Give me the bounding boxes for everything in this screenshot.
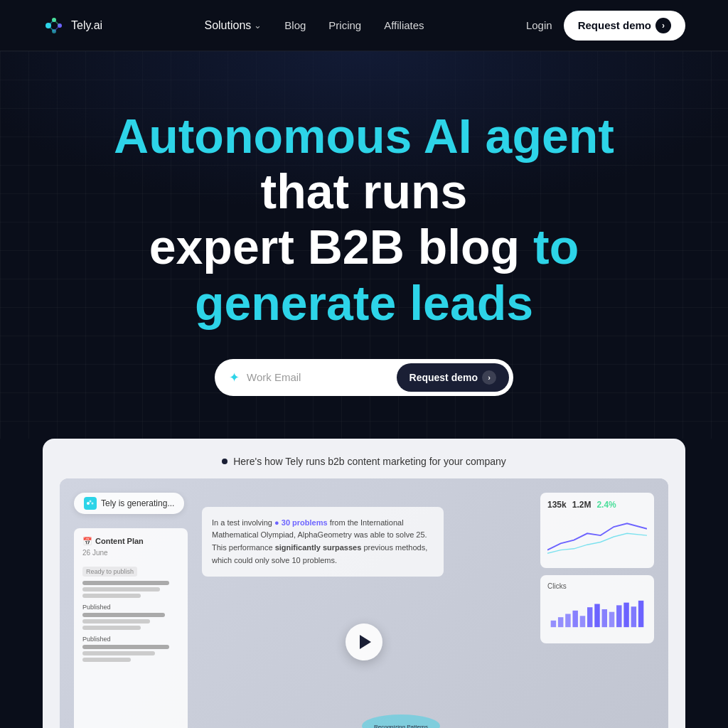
svg-rect-20 (616, 605, 621, 627)
svg-text:Recognizing Patterns: Recognizing Patterns (374, 724, 428, 728)
article-highlight: ● 30 problems (274, 518, 328, 527)
video-hint: Here's how Tely runs b2b content marketi… (60, 456, 668, 467)
flow-diagram: AI algorithms Enhance Mathematical Probl… (198, 706, 447, 728)
line-chart (547, 515, 647, 558)
svg-line-5 (54, 20, 60, 26)
clicks-label: Clicks (547, 582, 647, 590)
bar-chart (547, 594, 647, 633)
cp-line (82, 658, 131, 662)
cp-line (82, 613, 165, 617)
cp-lines-3 (82, 645, 179, 662)
login-button[interactable]: Login (526, 19, 552, 31)
asterisk-icon: ✦ (229, 370, 240, 385)
article-text: In a test involving ● 30 problems from t… (212, 517, 434, 567)
hero-content: Autonomous AI agent that runs expert B2B… (0, 51, 728, 439)
stats-card-main: 135k 1.2M 2.4% (540, 493, 654, 568)
svg-rect-22 (631, 606, 636, 627)
svg-line-6 (48, 26, 54, 31)
logo[interactable]: Tely.ai (43, 14, 102, 37)
video-section: Here's how Tely runs b2b content marketi… (43, 439, 685, 728)
svg-point-10 (92, 502, 94, 504)
play-icon (360, 635, 371, 649)
cp-lines-2 (82, 613, 179, 630)
arrow-icon: › (655, 18, 671, 33)
svg-rect-18 (602, 609, 607, 627)
content-plan-title: 📅 Content Plan (82, 537, 179, 546)
stats-panel: 135k 1.2M 2.4% Clicks (540, 493, 654, 651)
stats-numbers: 135k 1.2M 2.4% (547, 500, 647, 510)
nav-item-solutions[interactable]: Solutions ⌄ (204, 19, 262, 32)
cp-line (82, 594, 141, 598)
svg-rect-21 (623, 602, 628, 627)
headline-cyan: Autonomous AI agent (114, 109, 614, 163)
nav-item-pricing[interactable]: Pricing (328, 19, 361, 31)
svg-rect-15 (580, 616, 585, 627)
form-arrow-icon: › (482, 370, 496, 385)
chevron-down-icon: ⌄ (254, 20, 262, 31)
svg-rect-11 (551, 621, 556, 627)
cp-lines-1 (82, 581, 179, 598)
cp-line (82, 651, 155, 655)
svg-rect-12 (558, 617, 563, 627)
nav-item-affiliates[interactable]: Affiliates (384, 19, 424, 31)
svg-rect-16 (587, 607, 592, 627)
hero-headline: Autonomous AI agent that runs expert B2B… (87, 108, 641, 331)
cp-line (82, 619, 150, 623)
cp-label-2: Published (82, 636, 179, 643)
content-plan-date: 26 June (82, 549, 179, 557)
article-panel: In a test involving ● 30 problems from t… (202, 507, 444, 577)
svg-rect-17 (594, 604, 599, 627)
cp-line (82, 626, 141, 630)
svg-rect-13 (565, 614, 570, 627)
hero-section: Autonomous AI agent that runs expert B2B… (0, 51, 728, 439)
headline-white2: that runs (261, 164, 468, 218)
svg-rect-14 (572, 611, 577, 627)
cp-line (82, 581, 169, 585)
content-plan-panel: 📅 Content Plan 26 June Ready to publish … (74, 528, 188, 728)
video-inner: Tely is generating... 📅 Content Plan 26 … (60, 478, 668, 728)
nav-item-blog[interactable]: Blog (284, 19, 306, 31)
cp-line (82, 645, 169, 649)
tely-generating-badge: Tely is generating... (74, 493, 184, 514)
svg-rect-19 (609, 611, 614, 626)
nav-links: Solutions ⌄ Blog Pricing Affiliates (204, 19, 424, 32)
cp-status-ready: Ready to publish (82, 567, 137, 577)
headline-white3: expert B2B blog (149, 220, 520, 274)
svg-line-4 (48, 20, 54, 26)
stats-card-clicks: Clicks (540, 575, 654, 643)
svg-rect-23 (638, 601, 643, 627)
play-button[interactable] (346, 623, 382, 660)
nav-actions: Login Request demo › (526, 11, 685, 41)
email-form: ✦ Request demo › (215, 359, 513, 396)
request-demo-button[interactable]: Request demo › (564, 11, 685, 41)
video-container[interactable]: Tely is generating... 📅 Content Plan 26 … (60, 478, 668, 728)
svg-line-7 (54, 26, 60, 31)
logo-icon (43, 14, 65, 37)
cp-line (82, 587, 160, 592)
form-demo-button[interactable]: Request demo › (397, 363, 509, 392)
tely-icon (84, 497, 97, 510)
svg-point-8 (87, 502, 90, 505)
svg-point-9 (90, 500, 92, 502)
cp-label-1: Published (82, 604, 179, 611)
hint-dot (222, 459, 228, 464)
navbar: Tely.ai Solutions ⌄ Blog Pricing Affilia… (0, 0, 728, 51)
email-input[interactable] (247, 371, 390, 383)
logo-text: Tely.ai (71, 19, 102, 32)
